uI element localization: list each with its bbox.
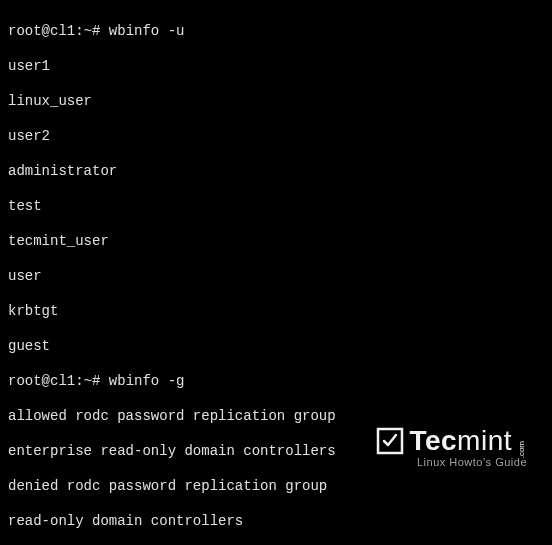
command-1: wbinfo -u — [109, 23, 185, 39]
terminal[interactable]: root@cl1:~# wbinfo -u user1 linux_user u… — [0, 0, 552, 545]
output-line: test — [8, 198, 544, 216]
output-line: user2 — [8, 128, 544, 146]
prompt-line-2: root@cl1:~# wbinfo -g — [8, 373, 544, 391]
prompt-path: ~ — [84, 373, 92, 389]
prompt-separator: : — [75, 373, 83, 389]
output-line: tecmint_user — [8, 233, 544, 251]
prompt-user-host: root@cl1 — [8, 373, 75, 389]
prompt-line-1: root@cl1:~# wbinfo -u — [8, 23, 544, 41]
output-line: denied rodc password replication group — [8, 478, 544, 496]
output-line: enterprise read-only domain controllers — [8, 443, 544, 461]
prompt-separator: : — [75, 23, 83, 39]
output-line: user — [8, 268, 544, 286]
output-line: administrator — [8, 163, 544, 181]
output-line: linux_user — [8, 93, 544, 111]
prompt-user-host: root@cl1 — [8, 23, 75, 39]
prompt-path: ~ — [84, 23, 92, 39]
output-line: krbtgt — [8, 303, 544, 321]
output-line: user1 — [8, 58, 544, 76]
output-line: read-only domain controllers — [8, 513, 544, 531]
output-line: allowed rodc password replication group — [8, 408, 544, 426]
output-line: guest — [8, 338, 544, 356]
prompt-end: # — [92, 23, 109, 39]
prompt-end: # — [92, 373, 109, 389]
command-2: wbinfo -g — [109, 373, 185, 389]
